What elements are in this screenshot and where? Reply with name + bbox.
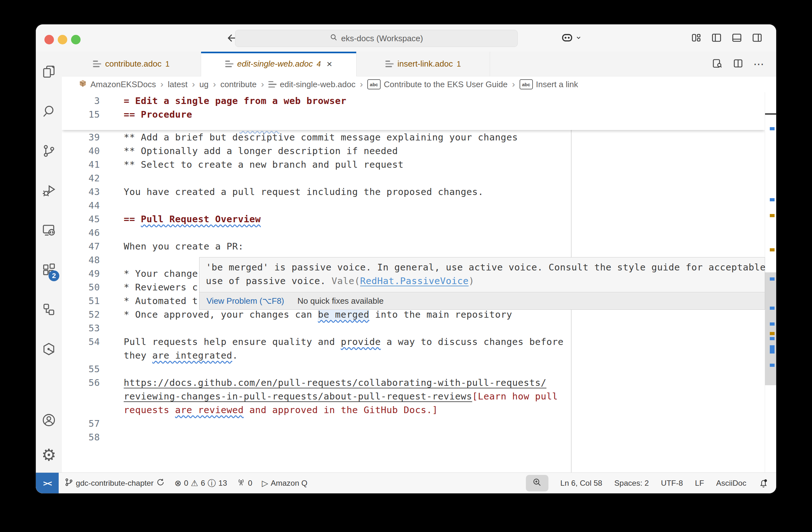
- code-line[interactable]: 47When you create a PR:: [62, 240, 765, 253]
- tab-insert-link-adoc[interactable]: insert-link.adoc 1: [357, 52, 490, 76]
- sticky-line[interactable]: 15== Procedure: [62, 108, 765, 121]
- code-line[interactable]: 43You have created a pull request includ…: [62, 185, 765, 199]
- branch-status-item[interactable]: gdc-contribute-chapter: [64, 478, 165, 489]
- remote-indicator[interactable]: ><: [36, 473, 59, 493]
- scrollbar-thumb[interactable]: [765, 272, 776, 385]
- line-content: When you create a PR:: [124, 240, 244, 253]
- breadcrumb-separator: ›: [359, 79, 363, 89]
- titlebar: eks-docs (Workspace): [36, 25, 776, 52]
- toggle-primary-sidebar-icon[interactable]: [711, 32, 722, 43]
- code-segment: You have created a pull request includin…: [124, 187, 484, 197]
- code-line[interactable]: 40** Optionally add a longer description…: [62, 144, 765, 158]
- remote-explorer-icon[interactable]: [36, 210, 62, 250]
- toggle-secondary-sidebar-icon[interactable]: [751, 32, 763, 43]
- close-window-button[interactable]: [44, 35, 54, 44]
- breadcrumb-item-subsection[interactable]: abc Insert a link: [520, 79, 578, 89]
- notifications-bell-icon[interactable]: [758, 478, 769, 488]
- breadcrumb-item-section[interactable]: abc Contribute to the EKS User Guide: [367, 79, 508, 89]
- code-line[interactable]: 41** Select to create a new branch and p…: [62, 158, 765, 172]
- code-segment: they: [124, 350, 152, 361]
- tab-bar: contribute.adoc 1 edit-single-web.adoc 4…: [62, 52, 776, 76]
- sticky-line[interactable]: 3= Edit a single page from a web browser: [62, 94, 765, 108]
- code-line[interactable]: 58: [62, 431, 765, 444]
- breadcrumb-item-file[interactable]: edit-single-web.adoc: [269, 79, 355, 89]
- ports-status-item[interactable]: 0: [237, 478, 252, 489]
- tab-edit-single-web-adoc[interactable]: edit-single-web.adoc 4 ×: [201, 52, 357, 76]
- more-actions-icon[interactable]: ⋯: [753, 58, 765, 70]
- settings-gear-icon[interactable]: ⚙: [36, 438, 62, 472]
- source-control-icon[interactable]: [36, 131, 62, 171]
- code-line[interactable]: 55: [62, 363, 765, 376]
- code-segment: 'be merged' is passive voice. In general…: [206, 262, 766, 273]
- customize-layout-icon[interactable]: [691, 32, 702, 43]
- line-content: * Once approved, your changes can be mer…: [124, 308, 512, 322]
- toggle-panel-icon[interactable]: [731, 32, 742, 43]
- breadcrumb: AmazonEKSDocs › latest › ug › contribute…: [62, 76, 776, 92]
- extensions-icon[interactable]: 2: [36, 250, 62, 290]
- code-line[interactable]: 54Pull requests help ensure quality and …: [62, 335, 765, 349]
- code-segment: reviewing-changes-in-pull-requests/about…: [124, 391, 472, 402]
- tab-contribute-adoc[interactable]: contribute.adoc 1: [62, 52, 201, 76]
- code-line[interactable]: 39** Add a brief but descriptive commit …: [62, 131, 765, 144]
- line-number: 52: [62, 308, 100, 322]
- line-number: 56: [62, 376, 100, 390]
- code-line[interactable]: 52* Once approved, your changes can be m…: [62, 308, 765, 322]
- problems-status-item[interactable]: ⊗ 0 ⚠ 6 ⓘ 13: [174, 479, 227, 488]
- code-line[interactable]: 56https://docs.github.com/en/pull-reques…: [62, 376, 765, 390]
- code-editor[interactable]: ······· 39** Add a brief but descriptive…: [62, 92, 776, 472]
- breadcrumb-separator: ›: [160, 79, 164, 89]
- amazon-q-status-item[interactable]: ▷ Amazon Q: [262, 479, 307, 488]
- breadcrumb-separator: ›: [511, 79, 516, 89]
- flowchart-icon[interactable]: [36, 290, 62, 329]
- code-line[interactable]: they are integrated.: [62, 349, 765, 363]
- breadcrumb-item-workspace[interactable]: AmazonEKSDocs: [78, 79, 156, 90]
- code-segment: provide: [340, 336, 381, 347]
- code-line[interactable]: 57: [62, 417, 765, 431]
- line-number: 44: [62, 199, 100, 212]
- open-preview-icon[interactable]: [711, 58, 723, 70]
- hexagon-tool-icon[interactable]: [36, 329, 62, 369]
- code-segment: * Your change: [124, 268, 198, 279]
- command-center[interactable]: eks-docs (Workspace): [235, 30, 518, 47]
- overview-info-mark: [770, 345, 774, 354]
- minimize-window-button[interactable]: [58, 35, 67, 44]
- language-mode-item[interactable]: AsciiDoc: [716, 479, 746, 488]
- view-problem-link[interactable]: View Problem (⌥F8): [206, 296, 284, 306]
- zoom-status-button[interactable]: [526, 475, 548, 491]
- eol-item[interactable]: LF: [695, 479, 704, 488]
- breadcrumb-item-contribute[interactable]: contribute: [220, 79, 257, 89]
- warning-icon: ⚠: [191, 479, 198, 487]
- code-line[interactable]: 45== Pull Request Overview: [62, 212, 765, 226]
- git-branch-icon: [64, 478, 73, 489]
- close-tab-icon[interactable]: ×: [327, 59, 332, 69]
- search-icon: [330, 33, 338, 44]
- line-content: they are integrated.: [124, 349, 238, 363]
- code-line[interactable]: 42: [62, 172, 765, 185]
- line-number: 55: [62, 363, 100, 376]
- zoom-window-button[interactable]: [71, 35, 81, 44]
- code-line[interactable]: 46: [62, 226, 765, 240]
- split-editor-icon[interactable]: [733, 58, 744, 70]
- code-segment: * Automated t: [124, 295, 198, 306]
- line-content: * Automated t: [124, 294, 198, 308]
- encoding-item[interactable]: UTF-8: [661, 479, 683, 488]
- breadcrumb-item-latest[interactable]: latest: [168, 79, 187, 89]
- code-line[interactable]: requests are reviewed and approved in th…: [62, 403, 765, 417]
- line-content: ** Select to create a new branch and pul…: [124, 158, 404, 172]
- overview-info-mark: [770, 337, 774, 340]
- code-line[interactable]: reviewing-changes-in-pull-requests/about…: [62, 390, 765, 403]
- explorer-icon[interactable]: [36, 52, 62, 91]
- cursor-position-item[interactable]: Ln 6, Col 58: [561, 479, 602, 488]
- sticky-scroll[interactable]: 3= Edit a single page from a web browser…: [62, 92, 765, 130]
- chevron-down-icon[interactable]: [575, 34, 582, 42]
- breadcrumb-item-ug[interactable]: ug: [199, 79, 208, 89]
- account-icon[interactable]: [36, 403, 62, 438]
- code-line[interactable]: 53: [62, 322, 765, 335]
- run-debug-icon[interactable]: [36, 171, 62, 210]
- indentation-item[interactable]: Spaces: 2: [614, 479, 649, 488]
- search-sidebar-icon[interactable]: [36, 91, 62, 131]
- overview-ruler-scrollbar[interactable]: [765, 92, 776, 472]
- line-number: 15: [62, 108, 100, 121]
- copilot-icon[interactable]: [561, 31, 574, 45]
- code-line[interactable]: 44: [62, 199, 765, 212]
